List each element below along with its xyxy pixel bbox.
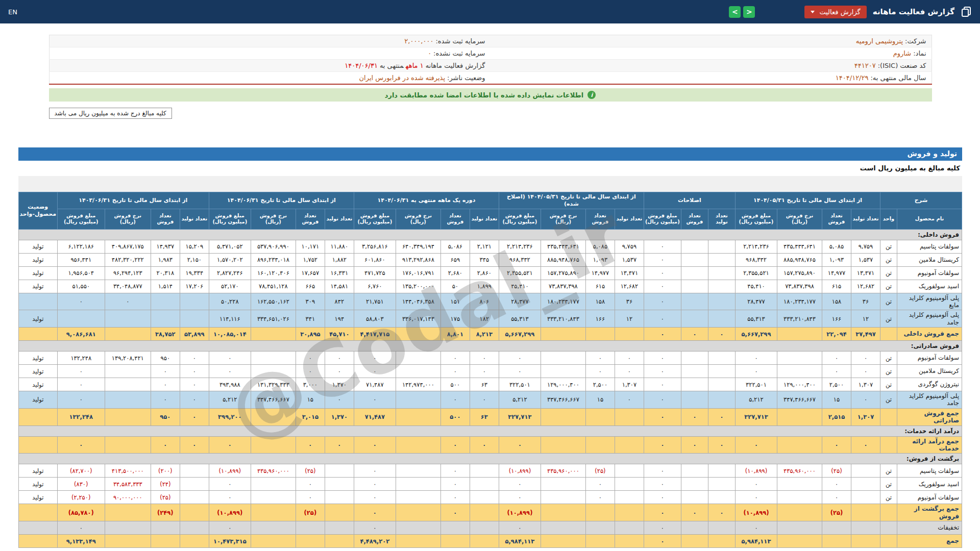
value-cell: ۱۴,۹۷۷ — [822, 266, 851, 280]
value-cell: ۱۲ — [851, 310, 880, 328]
report-navigation: < > — [729, 6, 755, 18]
value-cell: ۰ — [325, 436, 354, 454]
language-switch[interactable]: EN — [8, 8, 17, 16]
value-cell — [396, 535, 440, 548]
value-cell — [851, 478, 880, 491]
value-cell: (۲۴) — [151, 478, 180, 491]
product-name-cell: جمع — [897, 535, 962, 548]
value-cell: ۱۴,۹۳۷ — [151, 240, 180, 253]
value-cell: ۰ — [470, 352, 499, 365]
value-cell: ۲۰,۳۱۸ — [151, 266, 180, 280]
value-cell: ۱۴,۵۸۱ — [325, 280, 354, 293]
value-cell — [251, 504, 296, 521]
value-cell: ۷۳,۸۳۷,۳۹۸ — [777, 280, 822, 293]
page-content: شرکت:پتروشیمی ارومیه سرمایه ثبت شده:۲,۰۰… — [18, 35, 962, 548]
prev-report-button[interactable]: < — [729, 6, 741, 18]
value-cell: ۰ — [644, 464, 681, 478]
value-cell: ۰ — [105, 293, 151, 310]
value-cell: ۴۵,۴۱۰ — [499, 280, 541, 293]
value-cell: ۹۱۳,۲۹۲,۸۶۸ — [396, 253, 440, 266]
table-row: سولفات پتاسیمتن(۲۵)۴۳۵,۹۶۰,۰۰۰(۱۰,۸۹۹)۰(… — [18, 464, 962, 478]
table-row: تخفیفات۰۰۰۰۰۰ — [18, 521, 962, 535]
value-cell: ۳۹۹,۲۰۰ — [209, 408, 251, 425]
value-cell: ۰ — [470, 365, 499, 378]
value-cell — [822, 521, 851, 535]
value-cell: ۰ — [681, 408, 708, 425]
value-cell: ۰ — [296, 352, 325, 365]
value-cell — [708, 352, 735, 365]
product-status-cell: تولید — [18, 491, 57, 504]
report-copy-icon[interactable] — [961, 6, 972, 17]
unit-cell — [880, 504, 897, 521]
value-cell — [777, 491, 822, 504]
value-cell: ۰ — [851, 365, 880, 378]
info-row: کد صنعت (ISIC):۴۴۱۲۰۷ گزارش فعالیت ماهان… — [49, 60, 932, 72]
value-cell: (۸۵,۷۸۰) — [57, 504, 105, 521]
value-cell: ۱,۳۰۷ — [851, 378, 880, 391]
value-cell: ۵,۰۸۵ — [822, 240, 851, 253]
value-cell: ۱۷۶,۰۱۶,۷۹۱ — [396, 266, 440, 280]
value-cell: ۰ — [735, 478, 777, 491]
company-label: شرکت: — [905, 37, 926, 45]
column-header: تعداد فروش — [585, 209, 615, 229]
value-cell: ۰ — [708, 408, 735, 425]
column-header: تعداد تولید — [180, 209, 209, 229]
value-cell: ۲۸,۴۷۷ — [499, 293, 541, 310]
value-cell: ۱۴,۹۷۷ — [585, 266, 615, 280]
value-cell: ۵,۹۸۴,۱۱۳ — [735, 535, 777, 548]
section-header-row: فروش داخلی: — [18, 229, 962, 240]
value-cell: ۰ — [735, 491, 777, 504]
production-table-wrap: شرحاز ابتدای سال مالی تا تاریخ ۱۴۰۴/۰۵/۳… — [18, 192, 962, 548]
value-cell: ۰ — [325, 391, 354, 409]
value-cell: ۱۵۸ — [585, 293, 615, 310]
report-type-dropdown[interactable]: گزارش فعالیت — [804, 6, 866, 18]
value-cell — [708, 240, 735, 253]
value-cell — [615, 436, 644, 454]
value-cell — [615, 535, 644, 548]
description-group-header: شرح — [880, 192, 962, 209]
value-cell: ۹۵۶,۴۴۱ — [57, 253, 105, 266]
column-header: مبلغ فروش (میلیون ریال) — [735, 209, 777, 229]
table-row: کریستال ملامینتن۱,۵۳۷۱,۰۹۳۸۸۵,۹۴۸,۷۶۵۹۶۸… — [18, 253, 962, 266]
value-cell: ۰ — [681, 436, 708, 454]
value-cell: ۰ — [644, 436, 681, 454]
registered-capital-field: سرمایه ثبت شده:۲,۰۰۰,۰۰۰ — [49, 35, 491, 47]
value-cell: ۰ — [644, 391, 681, 409]
value-cell: ۳۴۷,۴۶۶,۶۶۷ — [777, 391, 822, 409]
product-status-cell: تولید — [18, 280, 57, 293]
symbol-field: نماد:شاروم — [491, 47, 932, 60]
value-cell — [681, 521, 708, 535]
value-cell — [708, 310, 735, 328]
value-cell: ۰ — [681, 328, 708, 341]
value-cell — [585, 328, 615, 341]
product-name-cell: پلی آلومینیوم کلراید جامد — [897, 310, 962, 328]
value-cell — [681, 378, 708, 391]
unit-cell — [880, 408, 897, 425]
value-cell: ۲,۸۶۰ — [470, 266, 499, 280]
product-name-cell: تخفیفات — [897, 521, 962, 535]
value-cell: ۰ — [440, 436, 470, 454]
value-cell: (۱۰,۸۹۹) — [499, 464, 541, 478]
value-cell: ۲۸,۴۷۷ — [735, 293, 777, 310]
value-cell — [396, 464, 440, 478]
product-status-cell: تولید — [18, 352, 57, 365]
value-cell — [151, 535, 180, 548]
value-cell — [681, 310, 708, 328]
value-cell: ۰ — [615, 352, 644, 365]
product-name-cell: جمع درآمد ارائه خدمات — [897, 436, 962, 454]
value-cell: ۶۶۵ — [296, 280, 325, 293]
table-row: سولفات پتاسیمتن۹,۷۵۹۵,۰۸۵۴۳۵,۴۴۴,۶۴۱۲,۲۱… — [18, 240, 962, 253]
value-cell: ۹,۷۵۹ — [851, 240, 880, 253]
report-period-length: ۱ ماهه — [406, 62, 424, 69]
product-name-cell: نیتروژن گوگردی — [897, 378, 962, 391]
value-cell: ۰ — [735, 365, 777, 378]
value-cell: ۹,۱۳۳,۱۴۹ — [57, 535, 105, 548]
value-cell: ۵۳,۸۹۹ — [180, 328, 209, 341]
value-cell — [396, 408, 440, 425]
next-report-button[interactable]: > — [743, 6, 755, 18]
value-cell: ۰ — [585, 478, 615, 491]
value-cell: ۰ — [644, 535, 681, 548]
value-cell — [777, 352, 822, 365]
value-cell: ۰ — [708, 328, 735, 341]
value-cell — [585, 521, 615, 535]
